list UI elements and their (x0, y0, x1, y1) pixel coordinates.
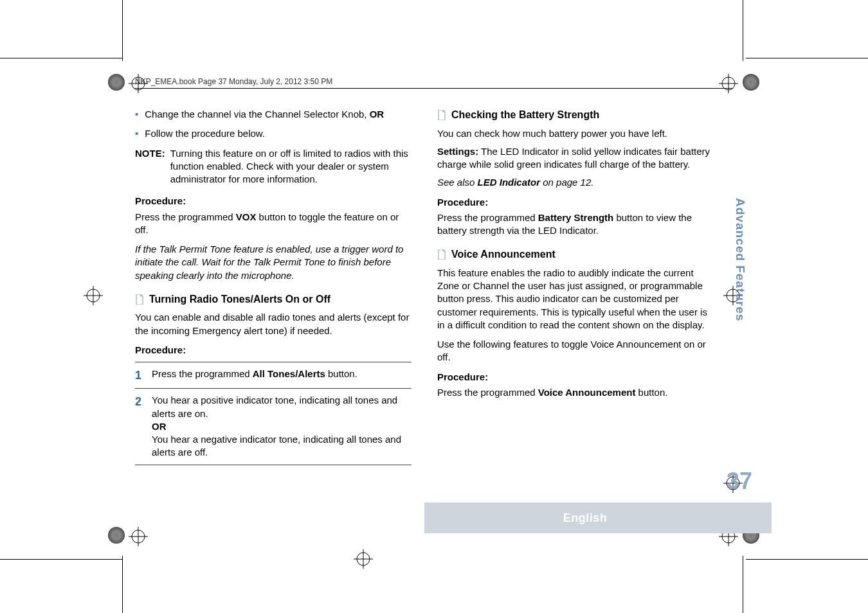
body-text: You can enable and disable all radio ton… (135, 311, 411, 337)
left-column: • Change the channel via the Channel Sel… (135, 108, 411, 470)
section-heading: Voice Announcement (451, 247, 556, 262)
footer-language-band: English (424, 502, 772, 533)
procedure-label: Procedure: (437, 196, 714, 209)
step-text: You hear a positive indicator tone, indi… (152, 394, 411, 459)
body-text: Press the programmed Voice Announcement … (437, 386, 714, 399)
note-label: NOTE: (135, 147, 165, 186)
registration-mark-icon (84, 286, 103, 305)
step-text: Press the programmed All Tones/Alerts bu… (152, 368, 357, 383)
body-text: Settings: The LED Indicator in solid yel… (437, 145, 714, 172)
procedure-label: Procedure: (437, 371, 714, 384)
document-header: NKP_EMEA.book Page 37 Monday, July 2, 20… (135, 77, 733, 89)
note-text: Turning this feature on or off is limite… (170, 147, 411, 186)
body-text: Press the programmed Battery Strength bu… (437, 211, 714, 238)
step-number: 1 (135, 368, 144, 383)
procedure-label: Procedure: (135, 344, 411, 357)
body-text: Change the channel via the Channel Selec… (145, 108, 384, 121)
body-text-italic: If the Talk Permit Tone feature is enabl… (135, 243, 411, 282)
body-text: Follow the procedure below. (145, 127, 265, 140)
sidebar-chapter-title: Advanced Features (733, 198, 747, 321)
body-text: This feature enables the radio to audibl… (437, 267, 714, 332)
body-text: Press the programmed VOX button to toggl… (135, 211, 411, 237)
body-text: You can check how much battery power you… (437, 127, 714, 140)
document-icon (437, 249, 446, 260)
section-heading: Checking the Battery Strength (451, 108, 599, 122)
registration-mark-icon (354, 549, 373, 569)
bullet-icon: • (135, 108, 138, 121)
procedure-label: Procedure: (135, 195, 411, 208)
body-text: Use the following features to toggle Voi… (437, 338, 714, 364)
bullet-icon: • (135, 127, 138, 140)
step-number: 2 (135, 394, 144, 459)
section-heading: Turning Radio Tones/Alerts On or Off (149, 292, 330, 306)
right-column: Checking the Battery Strength You can ch… (437, 108, 733, 470)
document-icon (135, 294, 144, 305)
see-also-text: See also LED Indicator on page 12. (437, 176, 714, 189)
page-number: 37 (727, 468, 752, 495)
document-icon (437, 110, 446, 120)
